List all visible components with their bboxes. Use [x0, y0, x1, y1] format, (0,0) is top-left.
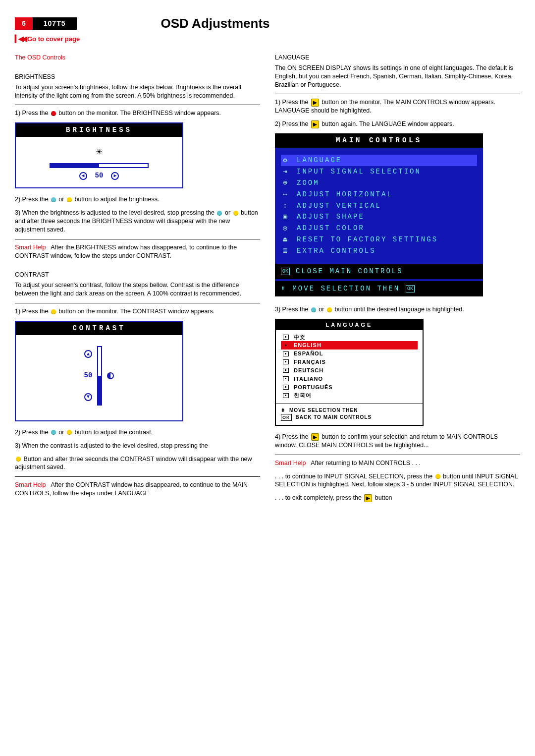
ok-icon: OK	[406, 285, 415, 293]
lang-option-es: ESPAÑOL	[281, 349, 418, 358]
page-title: OSD Adjustments	[161, 15, 270, 32]
button-dot-cyan-icon	[51, 430, 56, 435]
button-dot-yellow-icon	[435, 474, 440, 479]
lang-option-en: ENGLISH	[281, 341, 418, 349]
language-panel-title: LANGUAGE	[276, 320, 423, 330]
language-osd-panel: LANGUAGE 中文 ENGLISH ESPAÑOL FRANÇAIS DEU…	[275, 319, 424, 426]
flag-icon	[283, 376, 289, 381]
model-badge: 107T5	[33, 17, 77, 30]
ok-button-icon: ▶	[364, 494, 372, 502]
ok-icon: OK	[281, 268, 290, 276]
divider	[15, 303, 260, 303]
cover-link-label: Go to cover page	[27, 35, 80, 44]
menu-item-adjust-vertical: ↕ADJUST VERTICAL	[281, 200, 477, 212]
sun-icon: ☀	[21, 146, 177, 159]
up-down-arrow-icon: ⬍	[281, 407, 285, 414]
language-intro: The ON SCREEN DISPLAY shows its settings…	[275, 64, 520, 89]
up-down-arrow-icon: ⬍	[281, 284, 286, 293]
ok-button-icon: ▶	[311, 99, 319, 107]
main-controls-panel: MAIN CONTROLS ✪LANGUAGE ⇥INPUT SIGNAL SE…	[275, 133, 483, 296]
go-to-cover-link[interactable]: ▎◀◀ Go to cover page	[15, 34, 520, 44]
move-selection-row: ⬍ MOVE SELECTION THEN OK	[275, 281, 483, 296]
button-dot-yellow-icon	[51, 309, 56, 314]
right-arrow-icon: ▶	[111, 172, 119, 180]
divider	[15, 476, 260, 477]
language-step2: 2) Press the ▶ button again. The LANGUAG…	[275, 120, 520, 128]
language-continue-1: . . . to continue to INPUT SIGNAL SELECT…	[275, 472, 520, 489]
button-dot-red-icon	[51, 111, 56, 116]
menu-item-language: ✪LANGUAGE	[281, 155, 477, 166]
page-header: 6 107T5 OSD Adjustments	[15, 15, 520, 32]
horizontal-icon: ↔	[281, 190, 291, 199]
reset-icon: ⏏	[281, 235, 291, 244]
lang-option-it: ITALIANO	[281, 375, 418, 383]
language-step3: 3) Press the or button until the desired…	[275, 305, 520, 314]
divider	[15, 105, 260, 105]
flag-icon	[283, 368, 289, 373]
contrast-step2: 2) Press the or button to adjust the con…	[15, 428, 260, 437]
language-smart-help: Smart Help After returning to MAIN CONTR…	[275, 459, 520, 467]
button-dot-cyan-icon	[217, 211, 222, 216]
language-continue-2: . . . to exit completely, press the ▶ bu…	[275, 494, 520, 502]
menu-item-adjust-horizontal: ↔ADJUST HORIZONTAL	[281, 189, 477, 200]
flag-icon	[283, 385, 289, 390]
lang-option-fr: FRANÇAIS	[281, 358, 418, 366]
button-dot-yellow-icon	[67, 430, 72, 435]
left-column: The OSD Controls BRIGHTNESS To adjust yo…	[15, 54, 260, 507]
divider	[15, 239, 260, 239]
button-dot-cyan-icon	[311, 307, 316, 312]
rewind-icon: ▎◀◀	[15, 34, 25, 44]
contrast-osd-panel: CONTRAST ▲ 50 ▼	[15, 321, 183, 421]
ok-button-icon: ▶	[311, 120, 319, 128]
menu-item-extra: ≣EXTRA CONTROLS	[281, 245, 477, 257]
contrast-smart-help: Smart Help After the CONTRAST window has…	[15, 481, 260, 498]
brightness-step1: 1) Press the button on the monitor. The …	[15, 109, 260, 117]
button-dot-yellow-icon	[16, 457, 21, 462]
brightness-slider	[50, 163, 149, 168]
menu-item-input-signal: ⇥INPUT SIGNAL SELECTION	[281, 166, 477, 177]
divider	[275, 455, 520, 455]
menu-item-adjust-color: ◎ADJUST COLOR	[281, 223, 477, 234]
brightness-osd-panel: BRIGHTNESS ☀ ◀ 50 ▶	[15, 122, 183, 188]
flag-icon	[283, 359, 289, 364]
menu-item-zoom: ⊕ZOOM	[281, 177, 477, 189]
flag-icon	[283, 393, 289, 398]
color-icon: ◎	[281, 224, 291, 233]
contrast-heading: CONTRAST	[15, 271, 260, 279]
divider	[275, 94, 520, 94]
brightness-heading: BRIGHTNESS	[15, 73, 260, 81]
language-step1: 1) Press the ▶ button on the monitor. Th…	[275, 98, 520, 115]
button-dot-yellow-icon	[327, 307, 332, 312]
brightness-intro: To adjust your screen's brightness, foll…	[15, 83, 260, 100]
input-icon: ⇥	[281, 167, 291, 176]
language-step4: 4) Press the ▶ button to confirm your se…	[275, 433, 520, 450]
down-arrow-icon: ▼	[84, 393, 92, 401]
ok-icon: OK	[281, 414, 292, 421]
brightness-step2: 2) Press the or button to adjust the bri…	[15, 195, 260, 204]
shape-icon: ▣	[281, 212, 291, 222]
brightness-step3: 3) When the brightness is adjusted to th…	[15, 209, 260, 234]
contrast-icon	[107, 372, 114, 379]
extra-icon: ≣	[281, 246, 291, 256]
menu-item-adjust-shape: ▣ADJUST SHAPE	[281, 211, 477, 223]
contrast-step1: 1) Press the button on the monitor. The …	[15, 307, 260, 316]
page-number-badge: 6	[15, 17, 33, 30]
flag-icon	[283, 343, 289, 348]
globe-icon: ✪	[281, 156, 291, 165]
button-dot-cyan-icon	[51, 197, 56, 202]
lang-option-pt: PORTUGUÊS	[281, 383, 418, 392]
language-panel-footer: ⬍MOVE SELECTION THEN OKBACK TO MAIN CONT…	[276, 404, 423, 425]
main-controls-title: MAIN CONTROLS	[275, 133, 483, 148]
flag-icon	[283, 335, 289, 340]
brightness-panel-title: BRIGHTNESS	[16, 123, 182, 137]
contrast-intro: To adjust your screen's contrast, follow…	[15, 281, 260, 298]
contrast-panel-title: CONTRAST	[16, 322, 182, 335]
button-dot-yellow-icon	[67, 197, 72, 202]
contrast-step3: 3) When the contrast is adjusted to the …	[15, 442, 260, 450]
lang-option-zh: 中文	[281, 333, 418, 342]
menu-item-reset: ⏏RESET TO FACTORY SETTINGS	[281, 234, 477, 245]
contrast-step3b: Button and after three seconds the CONTR…	[15, 455, 260, 472]
lang-option-de: DEUTSCH	[281, 366, 418, 375]
up-arrow-icon: ▲	[84, 350, 92, 358]
contrast-slider	[97, 346, 102, 406]
